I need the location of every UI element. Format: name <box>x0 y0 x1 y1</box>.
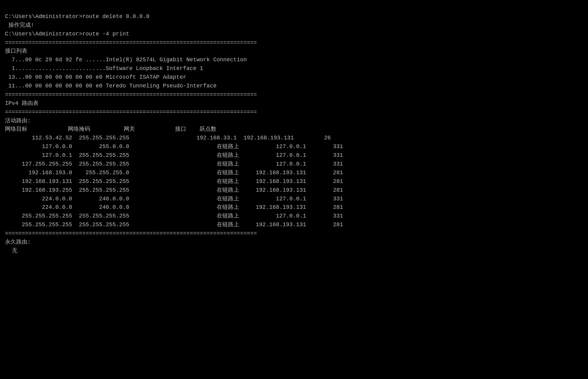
terminal-line-21: 192.168.193.131 255.255.255.255 在链路上 192… <box>5 177 583 186</box>
terminal-line-25: 255.255.255.255 255.255.255.255 在链路上 127… <box>5 212 583 221</box>
terminal-window: C:\Users\Administrator>route delete 0.0.… <box>5 4 583 255</box>
terminal-line-10: ========================================… <box>5 91 583 99</box>
terminal-line-7: 1...........................Software Loo… <box>5 64 583 73</box>
terminal-line-30: 无 <box>5 247 583 255</box>
terminal-line-29: 永久路由: <box>5 238 583 247</box>
terminal-line-9: 11...00 00 00 00 00 00 00 e0 Teredo Tunn… <box>5 82 583 91</box>
terminal-line-13: ========================================… <box>5 108 583 117</box>
terminal-line-6: 7...00 0c 29 6d 92 fe ......Intel(R) 825… <box>5 56 583 64</box>
terminal-line-12: IPv4 路由表 <box>5 99 583 108</box>
terminal-line-20: 192.168.193.0 255.255.255.0 在链路上 192.168… <box>5 169 583 177</box>
terminal-line-26: 255.255.255.255 255.255.255.255 在链路上 192… <box>5 221 583 229</box>
terminal-line-3: C:\Users\Administrator>route -4 print <box>5 30 583 39</box>
terminal-line-22: 192.168.193.255 255.255.255.255 在链路上 192… <box>5 186 583 195</box>
terminal-line-8: 13...00 00 00 00 00 00 00 e0 Microsoft I… <box>5 73 583 82</box>
terminal-line-1: 操作完成! <box>5 21 583 30</box>
terminal-line-14: 活动路由: <box>5 117 583 125</box>
terminal-line-16: 112.53.42.52 255.255.255.255 192.168.33.… <box>5 134 583 143</box>
terminal-line-27: ========================================… <box>5 229 583 238</box>
terminal-line-17: 127.0.0.0 255.0.0.0 在链路上 127.0.0.1 331 <box>5 143 583 151</box>
terminal-line-4: ========================================… <box>5 39 583 47</box>
terminal-line-15: 网络目标 网络掩码 网关 接口 跃点数 <box>5 125 583 134</box>
terminal-line-24: 224.0.0.0 240.0.0.0 在链路上 192.168.193.131… <box>5 203 583 212</box>
terminal-line-23: 224.0.0.0 240.0.0.0 在链路上 127.0.0.1 331 <box>5 195 583 204</box>
terminal-line-19: 127.255.255.255 255.255.255.255 在链路上 127… <box>5 160 583 169</box>
terminal-line-5: 接口列表 <box>5 47 583 56</box>
terminal-line-18: 127.0.0.1 255.255.255.255 在链路上 127.0.0.1… <box>5 151 583 160</box>
terminal-line-0: C:\Users\Administrator>route delete 0.0.… <box>5 12 583 21</box>
